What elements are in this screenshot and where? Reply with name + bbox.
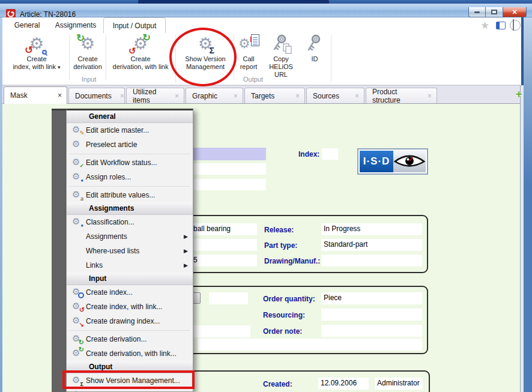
create-derivation-with-link-button[interactable]: Create derivation, with link (107, 34, 174, 80)
layout-panel-icon[interactable] (496, 22, 506, 29)
tab-sources[interactable]: Sources × (306, 88, 364, 104)
no-icon (70, 258, 86, 273)
created-label: Created: (263, 380, 292, 388)
submenu-arrow-icon: ▶ (184, 262, 188, 268)
context-menu: General Edit article master... Preselect… (66, 109, 193, 392)
menu-item-edit-workflow-status[interactable]: Edit Workflow status... (67, 155, 193, 170)
menu-item-preselect-article[interactable]: Preselect article (67, 137, 193, 152)
key-copy-icon (269, 34, 293, 55)
gear-pencil-icon (70, 123, 86, 137)
close-tab-icon[interactable]: × (112, 92, 124, 100)
menu-header-general: General (67, 110, 193, 123)
ribbon-separator (69, 35, 70, 80)
resourcing-field[interactable] (321, 309, 422, 321)
menu-header-assignments: Assignments (67, 202, 193, 215)
close-tab-icon[interactable]: × (287, 92, 300, 100)
close-tab-icon[interactable]: × (346, 92, 359, 100)
report-document-icon (251, 34, 259, 46)
maximize-button[interactable] (486, 7, 503, 17)
tab-mask[interactable]: Mask × (4, 86, 67, 104)
ribbon-tab-assignments[interactable]: Assignments (50, 17, 101, 33)
close-tab-icon[interactable]: × (419, 92, 432, 100)
gear-redlink-magnifier-icon (70, 300, 86, 314)
order-wide-field[interactable] (198, 339, 422, 351)
menu-item-create-drawing-index[interactable]: Create drawing index... (67, 314, 193, 328)
menu-item-create-index[interactable]: Create index... (67, 285, 193, 300)
submenu-arrow-icon: ▶ (184, 234, 188, 240)
annotation-rect-show-version-management (62, 370, 195, 389)
gear-greenred-icon (128, 34, 153, 55)
id-button[interactable]: ID (301, 34, 328, 80)
no-icon (70, 244, 86, 258)
close-tab-icon[interactable]: × (49, 91, 62, 100)
tab-targets[interactable]: Targets × (244, 88, 305, 104)
close-tab-icon[interactable]: × (166, 92, 179, 100)
weight-field[interactable] (209, 292, 248, 304)
create-index-with-link-button[interactable]: Create index, with link ▾ (6, 34, 67, 80)
gear-greenred-icon (70, 346, 86, 361)
release-field[interactable]: In Progress (321, 223, 422, 235)
close-icon: × (512, 8, 517, 16)
designation-field[interactable]: ball bearing (191, 223, 257, 235)
minimize-button[interactable] (468, 7, 486, 17)
drawing-manuf-field[interactable] (321, 255, 422, 267)
ribbon-group-label-input: Input (2, 76, 175, 83)
order-quantity-field[interactable]: Piece (321, 292, 422, 304)
collapse-ribbon-button[interactable] (510, 20, 521, 31)
part-type-field[interactable]: Standard-part (321, 239, 422, 251)
order-note-field[interactable] (321, 325, 422, 337)
create-derivation-button[interactable]: Create derivation (71, 34, 104, 80)
copy-helios-url-button[interactable]: Copy HELiOS URL (263, 34, 299, 80)
isd-logo: I·S·D (357, 148, 428, 175)
tab-utilized-items[interactable]: Utilized items × (126, 88, 184, 104)
tab-documents[interactable]: Documents × (68, 88, 125, 104)
designation2-field[interactable] (191, 239, 257, 251)
menu-item-where-used-lists[interactable]: Where-used lists ▶ (67, 244, 193, 258)
close-tab-icon[interactable]: × (225, 92, 238, 100)
isd-logo-text: I·S·D (360, 151, 393, 172)
menu-item-assign-roles[interactable]: Assign roles... (67, 170, 193, 184)
close-button[interactable]: × (503, 7, 527, 17)
gear-report-icon (237, 34, 261, 55)
index-field[interactable] (322, 148, 338, 160)
gear-magnifier-icon (70, 285, 86, 300)
menu-header-input: Input (67, 273, 193, 285)
add-tab-button[interactable]: + (513, 88, 525, 101)
menu-item-links[interactable]: Links ▶ (67, 258, 193, 273)
menu-item-create-index-with-link[interactable]: Create index, with link... (67, 300, 193, 314)
window-controls: × (468, 7, 527, 17)
order-note-label: Order note: (263, 327, 302, 336)
menu-item-create-derivation[interactable]: Create derivation... (67, 332, 193, 346)
tab-product-structure[interactable]: Product structure × (366, 88, 437, 104)
number-field[interactable]: 5 (191, 255, 257, 267)
annotation-ellipse-show-version-management (169, 28, 237, 86)
menu-item-classification[interactable]: Classification... (67, 215, 193, 229)
context-menu-left-strip (52, 109, 66, 392)
key-icon (303, 34, 327, 55)
menu-item-edit-article-master[interactable]: Edit article master... (67, 123, 193, 137)
gear-user-icon (70, 170, 86, 184)
menu-item-assignments[interactable]: Assignments ▶ (67, 229, 193, 244)
gear-redarrow-magnifier-icon (25, 34, 49, 55)
tab-graphic[interactable]: Graphic × (186, 88, 243, 104)
favorite-star-icon[interactable]: ★ (480, 19, 489, 32)
red-arrow-icon (128, 46, 136, 56)
part-type-label: Part type: (264, 241, 297, 250)
window-right-inner-border (520, 85, 524, 392)
gear-user-icon (70, 215, 86, 229)
ribbon-tab-input-output[interactable]: Input / Output (103, 17, 166, 33)
call-report-button[interactable]: Call report (235, 34, 262, 80)
menu-item-create-derivation-with-link[interactable]: Create derivation, with link... (67, 346, 193, 361)
resourcing-label: Resourcing: (263, 311, 305, 319)
created-date-field[interactable]: 12.09.2006 (318, 378, 369, 390)
minimize-icon (474, 11, 480, 13)
created-user-field[interactable]: Administrator (375, 378, 423, 390)
window-right-border (524, 17, 532, 392)
helios-article-window: Article: TN-28016 × General Assignments … (0, 0, 532, 392)
release-label: Release: (264, 226, 294, 234)
gear-green-icon (70, 332, 86, 346)
submenu-arrow-icon: ▶ (184, 248, 188, 254)
menu-item-edit-attribute-values[interactable]: Edit attribute values... (67, 188, 193, 202)
drawing-manuf-label: Drawing/Manuf.: (264, 257, 320, 265)
ribbon-tab-general[interactable]: General (7, 17, 47, 33)
